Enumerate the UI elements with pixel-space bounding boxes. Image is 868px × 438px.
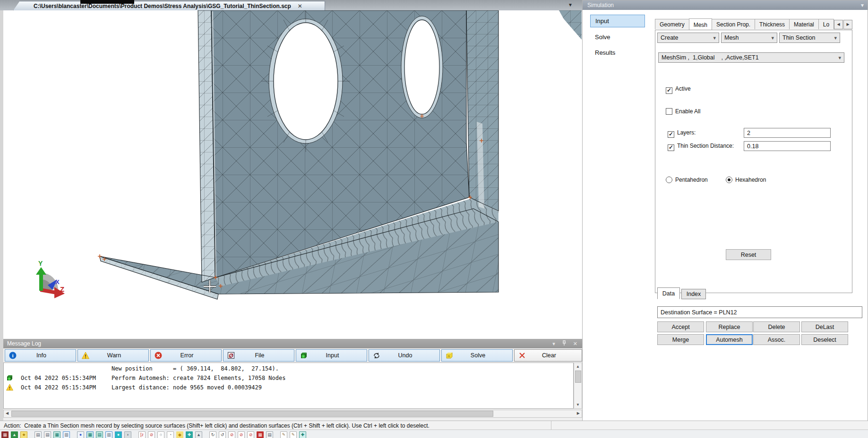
viewport-3d[interactable]: Y X Z [0,10,582,339]
toolbar-icon[interactable]: ⊘ [148,431,155,438]
destination-surface-input[interactable]: Destination Surface = PLN12 [657,306,862,318]
toolbar-icon[interactable]: ↺ [219,431,226,438]
radio-selected-icon[interactable] [726,177,732,183]
input-filter-button[interactable]: Input [296,349,367,362]
tab-geometry[interactable]: Geometry [655,19,689,29]
toolbar-icon[interactable]: ▤ [266,431,273,438]
toolbar-icon[interactable]: ✚ [186,431,193,438]
chevron-down-icon[interactable]: ▾ [552,341,555,347]
layers-input[interactable]: 2 [744,128,831,138]
toolbar-icon[interactable]: ★ [20,431,27,438]
replace-button[interactable]: Replace [706,321,753,332]
toolbar-icon[interactable]: ○ [157,431,164,438]
toolbar-icon[interactable]: ▦ [1,431,9,438]
tab-scroll-left-icon[interactable]: ◀ [834,20,843,29]
chevron-down-icon[interactable]: ▾ [569,1,572,8]
checkbox-checked-icon[interactable] [666,87,672,94]
delete-button[interactable]: Delete [753,321,800,332]
scrollbar-thumb[interactable] [11,411,493,417]
tab-index[interactable]: Index [681,289,706,299]
toolbar-icon[interactable]: ◆ [176,431,183,438]
toolbar-icon[interactable]: ⊘ [247,431,254,438]
action-dropdown[interactable]: Create [657,33,719,43]
undo-filter-button[interactable]: Undo [369,349,440,362]
sidebar-item-input[interactable]: Input [590,15,645,27]
pin-icon[interactable] [562,340,567,347]
reset-button[interactable]: Reset [726,249,771,260]
tab-mesh[interactable]: Mesh [689,18,712,30]
toolbar-icon[interactable]: ▦ [86,431,94,438]
close-icon[interactable]: ✕ [298,3,302,9]
warning-icon: ! [82,352,89,359]
toolbar-icon[interactable]: [z [138,431,146,438]
warn-filter-button[interactable]: ! Warn [77,349,149,362]
deselect-button[interactable]: Deselect [801,334,848,345]
tab-thickness[interactable]: Thickness [755,19,790,29]
toolbar-icon[interactable]: ⊘ [238,431,245,438]
layers-checkbox[interactable]: Layers: [668,129,696,138]
radio-unselected-icon[interactable] [666,177,672,183]
info-filter-button[interactable]: i Info [5,349,76,362]
solve-filter-button[interactable]: n Solve [441,349,513,362]
message-log-titlebar[interactable]: Message Log ▾ ✕ [3,339,582,348]
close-icon[interactable]: ✕ [573,341,577,347]
scroll-left-icon[interactable]: ◀ [6,411,9,415]
scrollbar-thumb[interactable] [575,371,581,383]
checkbox-checked-icon[interactable] [668,144,674,151]
toolbar-icon[interactable]: ◗ [124,431,131,438]
chevron-down-icon[interactable]: ▾ [861,2,864,8]
tab-material[interactable]: Material [789,19,819,29]
delast-button[interactable]: DeLast [801,321,848,332]
merge-button[interactable]: Merge [657,334,704,345]
sidebar-item-results[interactable]: Results [590,46,645,59]
entity-dropdown[interactable]: Mesh [721,33,777,43]
scroll-down-icon[interactable]: ▼ [574,403,582,407]
toolbar-icon[interactable]: ▲ [11,431,18,438]
toolbar-separator [30,431,32,438]
assoc-button[interactable]: Assoc. [753,334,800,345]
scroll-right-icon[interactable]: ▶ [577,411,580,415]
horizontal-scrollbar[interactable]: ◀ ▶ [3,410,582,418]
toolbar-icon[interactable]: ◔ [167,431,174,438]
file-filter-button[interactable]: Ø File [223,349,294,362]
toolbar-icon[interactable]: ▥ [105,431,112,438]
scroll-up-icon[interactable]: ▲ [574,364,582,369]
simulation-panel-header[interactable]: Simulation ▾ [583,0,868,10]
vertical-scrollbar[interactable]: ▲ ▼ [574,362,582,409]
toolbar-icon[interactable]: ▥ [63,431,70,438]
toolbar-icon[interactable]: ✎ [280,431,287,438]
accept-button[interactable]: Accept [657,321,704,332]
mesh-type-dropdown[interactable]: Thin Section [779,33,840,43]
message-log-body[interactable]: New position = ( 369.114, 84.802, 27.154… [3,362,574,409]
toolbar-icon[interactable]: ↻ [209,431,216,438]
sidebar-item-solve[interactable]: Solve [590,31,645,43]
tab-scroll-right-icon[interactable]: ▶ [843,20,852,29]
toolbar-icon[interactable]: ▲ [195,431,202,438]
toolbar-icon[interactable]: ▤ [44,431,51,438]
tab-loads-truncated[interactable]: Lo [818,19,834,29]
checkbox-checked-icon[interactable] [668,131,674,138]
clear-log-button[interactable]: Clear [514,349,582,362]
tab-section-prop[interactable]: Section Prop. [712,19,755,29]
mesh-record-dropdown[interactable]: MeshSim , 1,Global , ,Active,SET1 [658,52,844,63]
thin-section-distance-input[interactable]: 0.18 [744,141,831,151]
hexahedron-radio[interactable]: Hexahedron [726,177,766,183]
toolbar-icon[interactable]: ● [77,431,84,438]
toolbar-icon[interactable]: ▤ [96,431,103,438]
error-filter-button[interactable]: Error [150,349,222,362]
toolbar-icon[interactable]: ✚ [299,431,306,438]
toolbar-icon[interactable]: ● [115,431,122,438]
toolbar-icon[interactable]: ▤ [34,431,42,438]
file-tab[interactable]: C:\Users\blancaster\Documents\Product De… [13,1,325,10]
toolbar-icon[interactable]: ⊘ [228,431,235,438]
active-checkbox[interactable]: Active [666,85,691,94]
thin-section-distance-checkbox[interactable]: Thin Section Distance: [668,143,734,151]
toolbar-icon[interactable]: ▦ [257,431,264,438]
toolbar-icon[interactable]: ✎ [290,431,297,438]
toolbar-icon[interactable]: ▦ [53,431,60,438]
enable-all-checkbox[interactable]: Enable All [666,108,700,115]
automesh-button[interactable]: Automesh [706,334,753,345]
pentahedron-radio[interactable]: Pentahedron [666,177,708,183]
tab-data[interactable]: Data [657,287,680,299]
checkbox-unchecked-icon[interactable] [666,108,672,115]
